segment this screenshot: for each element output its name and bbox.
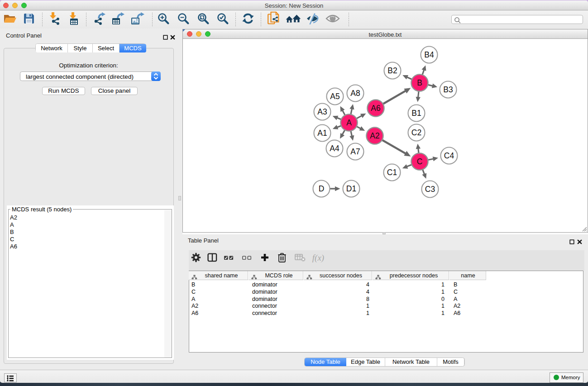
svg-text:C3: C3	[425, 185, 435, 194]
svg-text:A: A	[346, 118, 352, 127]
svg-text:C: C	[417, 157, 423, 166]
svg-text:B: B	[417, 78, 422, 87]
svg-text:A5: A5	[330, 92, 339, 101]
svg-text:B3: B3	[443, 85, 453, 94]
svg-text:D1: D1	[346, 184, 356, 193]
svg-text:A3: A3	[317, 107, 327, 116]
svg-text:A6: A6	[371, 104, 380, 113]
svg-text:B2: B2	[387, 66, 397, 75]
svg-text:A4: A4	[330, 144, 339, 153]
svg-text:C1: C1	[387, 168, 397, 177]
svg-text:A1: A1	[317, 129, 327, 138]
svg-text:D: D	[319, 184, 325, 193]
svg-text:C4: C4	[444, 151, 454, 160]
svg-text:B4: B4	[424, 50, 434, 59]
svg-text:B1: B1	[411, 109, 421, 118]
svg-text:C2: C2	[411, 128, 421, 137]
svg-text:A8: A8	[350, 89, 360, 98]
svg-text:A2: A2	[370, 131, 379, 140]
svg-text:A7: A7	[350, 147, 360, 156]
